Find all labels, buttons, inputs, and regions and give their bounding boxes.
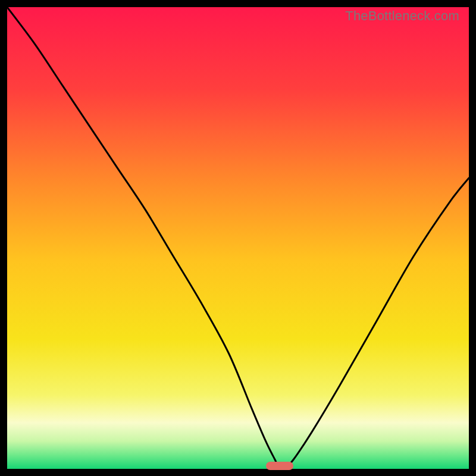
chart-frame: TheBottleneck.com — [7, 7, 469, 469]
optimal-range-marker — [266, 462, 294, 470]
bottleneck-plot — [7, 7, 469, 469]
gradient-background — [7, 7, 469, 469]
watermark-text: TheBottleneck.com — [345, 8, 459, 24]
